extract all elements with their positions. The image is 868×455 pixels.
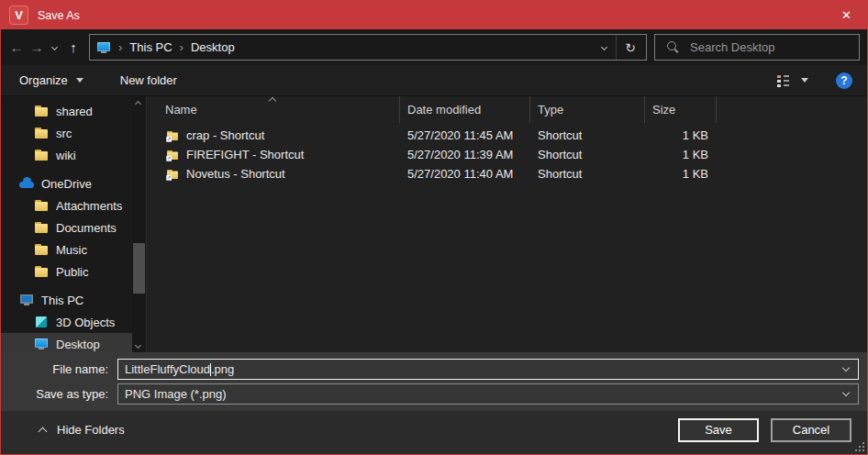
chevron-down-icon	[50, 44, 57, 50]
sidebar-item-wiki[interactable]: wiki	[1, 144, 132, 166]
folder-icon	[34, 126, 49, 140]
shortcut-arrow-icon	[166, 136, 172, 141]
sidebar-item-label: 3D Objects	[56, 316, 115, 329]
main-area: shared src wiki OneDrive Attachments Doc…	[1, 96, 867, 352]
file-name-value-before-caret: LittleFluffyCloud	[125, 362, 210, 376]
sidebar-item-public[interactable]: Public	[1, 261, 132, 283]
titlebar: V Save As ✕	[1, 1, 867, 29]
desktop-icon	[34, 337, 49, 351]
file-name-input[interactable]: LittleFluffyCloud.png	[117, 359, 859, 380]
folder-shortcut-icon	[166, 149, 179, 161]
desktop-icon	[96, 40, 111, 55]
hide-folders-label: Hide Folders	[57, 423, 125, 437]
address-bar[interactable]: › This PC › Desktop ↻	[89, 34, 647, 61]
scroll-up-icon[interactable]	[135, 101, 141, 107]
command-toolbar: Organize New folder ?	[1, 65, 867, 96]
help-button[interactable]: ?	[836, 72, 852, 89]
scrollbar-thumb[interactable]	[133, 243, 145, 294]
sidebar-item-label: Desktop	[56, 338, 100, 351]
column-header-type[interactable]: Type	[530, 96, 645, 123]
onedrive-cloud-icon	[19, 176, 34, 191]
column-header-size[interactable]: Size	[645, 96, 717, 123]
sidebar-item-label: src	[56, 127, 72, 140]
this-pc-icon	[19, 293, 34, 307]
file-row[interactable]: FIREFIGHT - Shortcut 5/27/2020 11:39 AM …	[147, 145, 867, 164]
sidebar-item-onedrive[interactable]: OneDrive	[1, 172, 132, 194]
sidebar-item-label: shared	[56, 105, 93, 118]
file-date-cell: 5/27/2020 11:45 AM	[400, 128, 530, 142]
file-list: Name Date modified Type Size crap - Shor…	[146, 96, 867, 352]
file-name-text: FIREFIGHT - Shortcut	[186, 148, 304, 161]
folder-icon	[34, 148, 49, 162]
back-button[interactable]: ←	[6, 37, 27, 59]
sidebar-item-shared[interactable]: shared	[1, 100, 132, 122]
file-name-cell: crap - Shortcut	[147, 128, 400, 143]
file-date-cell: 5/27/2020 11:39 AM	[400, 148, 530, 161]
forward-button[interactable]: →	[27, 37, 47, 59]
save-button[interactable]: Save	[678, 418, 759, 442]
shortcut-arrow-icon	[166, 174, 172, 180]
sidebar-item-label: Music	[56, 243, 87, 257]
recent-locations-button[interactable]	[47, 37, 61, 59]
sidebar-item-label: Public	[56, 265, 88, 279]
breadcrumb-separator: ›	[118, 40, 122, 54]
save-as-type-value: PNG Image (*.png)	[125, 387, 227, 401]
folder-shortcut-icon	[166, 129, 179, 142]
view-options-dropdown[interactable]	[801, 78, 808, 83]
sidebar-item-label: Documents	[56, 221, 117, 235]
sidebar-item-documents[interactable]: Documents	[1, 216, 132, 239]
hide-folders-button[interactable]: Hide Folders	[39, 423, 125, 437]
organize-button[interactable]: Organize	[19, 73, 83, 87]
new-folder-label: New folder	[120, 73, 177, 87]
search-icon	[666, 40, 681, 55]
sidebar-item-label: This PC	[41, 294, 83, 307]
save-fields-panel: File name: LittleFluffyCloud.png Save as…	[1, 352, 867, 411]
folder-icon	[34, 104, 49, 118]
scroll-down-icon[interactable]	[135, 342, 141, 349]
file-type-cell: Shortcut	[530, 148, 645, 161]
close-button[interactable]: ✕	[826, 1, 867, 29]
sidebar-item-this-pc[interactable]: This PC	[1, 289, 132, 311]
navigation-bar: ← → ↑ › This PC › Desktop ↻	[1, 29, 867, 65]
save-as-dialog: V Save As ✕ ← → ↑ › This PC › Desktop ↻ …	[0, 0, 868, 455]
3d-objects-cube-icon	[34, 315, 49, 329]
dropdown-triangle-icon	[76, 78, 83, 83]
file-type-cell: Shortcut	[530, 128, 645, 142]
sidebar-item-label: Attachments	[56, 199, 122, 213]
breadcrumb-this-pc[interactable]: This PC	[129, 40, 172, 54]
sidebar-item-src[interactable]: src	[1, 122, 132, 144]
new-folder-button[interactable]: New folder	[120, 73, 177, 87]
file-type-cell: Shortcut	[530, 167, 645, 181]
folder-tree-sidebar: shared src wiki OneDrive Attachments Doc…	[1, 96, 132, 352]
chevron-down-icon[interactable]	[842, 389, 850, 396]
folder-shortcut-icon	[166, 168, 179, 181]
file-row[interactable]: Novetus - Shortcut 5/27/2020 11:40 AM Sh…	[147, 164, 867, 183]
resize-grip[interactable]	[855, 442, 864, 451]
address-dropdown-button[interactable]	[592, 35, 616, 60]
save-as-type-select[interactable]: PNG Image (*.png)	[117, 383, 859, 405]
breadcrumb-desktop[interactable]: Desktop	[191, 40, 235, 54]
column-header-date-modified[interactable]: Date modified	[400, 96, 530, 123]
sidebar-item-music[interactable]: Music	[1, 239, 132, 261]
up-button[interactable]: ↑	[63, 37, 83, 59]
cancel-button[interactable]: Cancel	[771, 418, 851, 442]
sidebar-scrollbar[interactable]	[132, 96, 146, 352]
chevron-down-icon[interactable]	[842, 364, 850, 372]
file-row[interactable]: crap - Shortcut 5/27/2020 11:45 AM Short…	[147, 126, 867, 145]
refresh-button[interactable]: ↻	[617, 35, 644, 60]
file-size-cell: 1 KB	[645, 128, 717, 142]
file-name-cell: FIREFIGHT - Shortcut	[147, 148, 400, 162]
breadcrumb-separator: ›	[180, 40, 184, 54]
details-view-button[interactable]	[775, 73, 790, 88]
file-name-cell: Novetus - Shortcut	[147, 167, 400, 182]
sidebar-item-label: OneDrive	[41, 177, 92, 191]
file-date-cell: 5/27/2020 11:40 AM	[400, 167, 530, 181]
sidebar-item-3d-objects[interactable]: 3D Objects	[1, 311, 132, 333]
search-input[interactable]	[690, 40, 851, 54]
footer-buttons: Save Cancel	[666, 418, 851, 442]
folder-icon	[34, 242, 49, 257]
sidebar-item-attachments[interactable]: Attachments	[1, 194, 132, 216]
file-name-text: Novetus - Shortcut	[186, 167, 285, 181]
search-box[interactable]	[654, 34, 860, 61]
column-header-name[interactable]: Name	[147, 96, 400, 123]
